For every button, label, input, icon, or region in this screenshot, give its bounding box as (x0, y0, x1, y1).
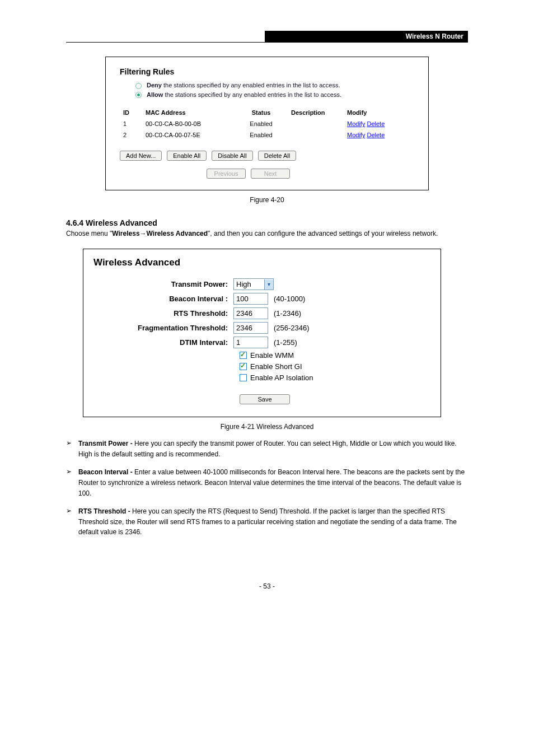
next-button: Next (251, 169, 290, 179)
disable-all-button[interactable]: Disable All (212, 151, 252, 161)
list-item: ➢ Transmit Power - Here you can specify … (66, 438, 468, 459)
checkbox-unchecked-icon[interactable] (240, 374, 247, 381)
dtim-interval-label: DTIM Interval: (93, 338, 233, 347)
filtering-rules-panel: Filtering Rules Deny the stations specif… (105, 57, 429, 190)
col-id: ID (120, 107, 142, 118)
cell-status: Enabled (235, 129, 288, 141)
cell-id: 2 (120, 129, 142, 141)
enable-ap-isolation-row[interactable]: Enable AP Isolation (240, 374, 430, 382)
dtim-interval-hint: (1-255) (274, 338, 297, 347)
add-new-button[interactable]: Add New... (120, 151, 162, 161)
table-row: 1 00-C0-CA-B0-00-0B Enabled Modify Delet… (120, 118, 414, 129)
cell-id: 1 (120, 118, 142, 129)
cell-desc (288, 118, 344, 129)
rts-threshold-label: RTS Threshold: (93, 309, 233, 318)
beacon-interval-label: Beacon Interval : (93, 295, 233, 303)
radio-checked-icon[interactable] (135, 92, 142, 98)
modify-link[interactable]: Modify (347, 132, 365, 138)
beacon-interval-hint: (40-1000) (274, 295, 305, 303)
fragmentation-threshold-hint: (256-2346) (274, 324, 310, 332)
enable-short-gi-label: Enable Short GI (250, 362, 302, 371)
beacon-interval-input[interactable] (233, 293, 268, 305)
deny-label: Deny the stations specified by any enabl… (147, 82, 340, 88)
chevron-down-icon[interactable]: ▾ (264, 279, 273, 290)
allow-label: Allow the stations specified by any enab… (147, 91, 341, 98)
col-modify: Modify (344, 107, 414, 118)
deny-radio-row[interactable]: Deny the stations specified by any enabl… (135, 82, 414, 89)
checkbox-checked-icon[interactable] (240, 363, 247, 370)
checkbox-checked-icon[interactable] (240, 352, 247, 359)
cell-mac: 00-C0-CA-B0-00-0B (142, 118, 235, 129)
bullet-text: Beacon Interval - Enter a value between … (78, 467, 468, 498)
col-mac: MAC Address (142, 107, 235, 118)
delete-link[interactable]: Delete (367, 132, 385, 138)
table-header-row: ID MAC Address Status Description Modify (120, 107, 414, 118)
save-button[interactable]: Save (240, 394, 290, 404)
wireless-advanced-panel: Wireless Advanced Transmit Power: High ▾… (83, 249, 441, 417)
bullet-icon: ➢ (66, 506, 78, 538)
cell-desc (288, 129, 344, 141)
figure-4-21-caption: Figure 4-21 Wireless Advanced (66, 423, 468, 431)
fragmentation-threshold-input[interactable] (233, 322, 268, 334)
fragmentation-threshold-label: Fragmentation Threshold: (93, 324, 233, 332)
filtering-rules-title: Filtering Rules (120, 67, 414, 76)
mac-filter-table: ID MAC Address Status Description Modify… (120, 107, 414, 141)
dtim-interval-input[interactable] (233, 337, 268, 348)
enable-wmm-label: Enable WMM (250, 351, 294, 360)
transmit-power-select[interactable]: High ▾ (233, 278, 274, 290)
select-text: High (234, 279, 264, 290)
header-divider (66, 42, 468, 43)
col-status: Status (235, 107, 288, 118)
header-model: Wireless N Router (265, 31, 468, 42)
col-desc: Description (288, 107, 344, 118)
delete-link[interactable]: Delete (367, 120, 385, 127)
enable-short-gi-row[interactable]: Enable Short GI (240, 362, 430, 371)
bullet-text: Transmit Power - Here you can specify th… (78, 438, 468, 459)
modify-link[interactable]: Modify (347, 120, 365, 127)
delete-all-button[interactable]: Delete All (258, 151, 296, 161)
cell-status: Enabled (235, 118, 288, 129)
allow-radio-row[interactable]: Allow the stations specified by any enab… (135, 91, 414, 99)
list-item: ➢ Beacon Interval - Enter a value betwee… (66, 467, 468, 498)
section-heading: 4.6.4 Wireless Advanced (66, 218, 468, 227)
bullet-icon: ➢ (66, 467, 78, 498)
section-intro-text: Choose menu "Wireless → Wireless Advance… (66, 230, 468, 237)
wireless-advanced-title: Wireless Advanced (93, 257, 430, 268)
page-number: - 53 - (66, 582, 468, 590)
arrow-right-icon: → (140, 230, 147, 237)
enable-ap-isolation-label: Enable AP Isolation (250, 374, 313, 382)
rts-threshold-hint: (1-2346) (274, 309, 301, 318)
table-row: 2 00-C0-CA-00-07-5E Enabled Modify Delet… (120, 129, 414, 141)
enable-all-button[interactable]: Enable All (167, 151, 207, 161)
rts-threshold-input[interactable] (233, 307, 268, 319)
bullet-icon: ➢ (66, 438, 78, 459)
cell-mac: 00-C0-CA-00-07-5E (142, 129, 235, 141)
list-item: ➢ RTS Threshold - Here you can specify t… (66, 506, 468, 538)
figure-4-20-caption: Figure 4-20 (66, 196, 468, 204)
bullet-text: RTS Threshold - Here you can specify the… (78, 506, 468, 538)
previous-button: Previous (207, 169, 246, 179)
transmit-power-label: Transmit Power: (93, 280, 233, 288)
enable-wmm-row[interactable]: Enable WMM (240, 351, 430, 360)
radio-unchecked-icon[interactable] (135, 83, 142, 89)
